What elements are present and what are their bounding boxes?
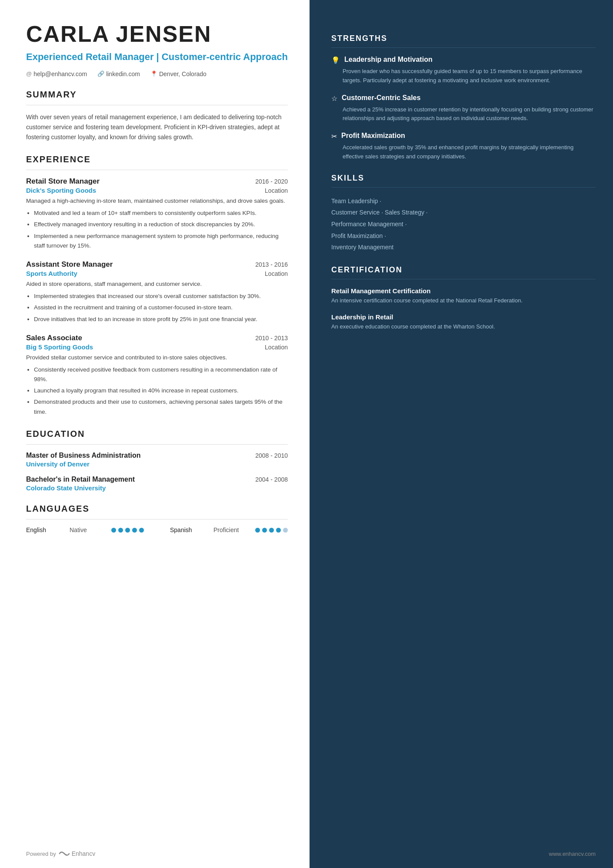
job-2-location: Location [265,270,288,277]
edu-1-degree: Master of Business Administration [26,452,140,459]
edu-2-degree: Bachelor's in Retail Management [26,476,135,483]
summary-text: With over seven years of retail manageme… [26,112,288,142]
strength-3-header: ✂ Profit Maximization [331,132,596,141]
lang-english-level: Native [70,526,104,533]
job-1-date: 2016 - 2020 [255,178,288,185]
logo-svg [59,850,70,858]
job-3-company: Big 5 Sporting Goods [26,343,93,351]
lang-english-dots [111,528,144,533]
edu-2-header: Bachelor's in Retail Management 2004 - 2… [26,476,288,483]
job-1-company-row: Dick's Sporting Goods Location [26,187,288,194]
experience-divider [26,170,288,170]
edu-2-date: 2004 - 2008 [255,476,288,483]
edu-1-header: Master of Business Administration 2008 -… [26,452,288,459]
languages-group: English Native Spanish Proficient [26,526,288,533]
languages-title: LANGUAGES [26,504,288,514]
job-3-title: Sales Associate [26,334,82,342]
education-divider [26,444,288,445]
location-contact: 📍 Denver, Colorado [150,70,207,77]
job-3-desc: Provided stellar customer service and co… [26,353,288,362]
edu-2: Bachelor's in Retail Management 2004 - 2… [26,476,288,492]
dot [139,528,144,533]
cert-1-title: Retail Management Certification [331,287,596,295]
skill-item: Inventory Management [331,244,393,251]
dot [118,528,123,533]
job-3-location: Location [265,344,288,351]
dot [132,528,137,533]
strength-1-desc: Proven leader who has successfully guide… [331,67,596,85]
job-2: Assistant Store Manager 2013 - 2016 Spor… [26,260,288,324]
star-icon: ☆ [331,94,337,103]
strength-2: ☆ Customer-Centric Sales Achieved a 25% … [331,94,596,124]
list-item: Implemented strategies that increased ou… [34,292,288,301]
skills-title: SKILLS [331,174,596,183]
skill-item: Team Leadership · [331,198,381,204]
strength-3-desc: Accelerated sales growth by 35% and enha… [331,143,596,161]
strengths-title: STRENGTHS [331,34,596,43]
cert-2: Leadership in Retail An executive educat… [331,313,596,332]
list-item: Drove initiatives that led to an increas… [34,315,288,324]
summary-title: SUMMARY [26,90,288,100]
list-item: Motivated and led a team of 10+ staff me… [34,208,288,218]
job-3-bullets: Consistently received positive feedback … [26,365,288,417]
resume-header: CARLA JENSEN Experienced Retail Manager … [26,22,288,77]
cert-1-desc: An intensive certification course comple… [331,296,596,305]
dot [255,528,260,533]
job-3: Sales Associate 2010 - 2013 Big 5 Sporti… [26,334,288,417]
dot [276,528,281,533]
strength-2-title: Customer-Centric Sales [342,94,420,102]
job-2-date: 2013 - 2016 [255,261,288,268]
skill-item: Performance Management · [331,221,407,228]
lang-spanish-level: Proficient [213,526,248,533]
list-item: Launched a loyalty program that resulted… [34,386,288,395]
edu-1-school: University of Denver [26,460,288,468]
job-2-desc: Aided in store operations, staff managem… [26,280,288,289]
education-title: EDUCATION [26,429,288,439]
lang-spanish-name: Spanish [170,526,209,533]
contact-row: @ help@enhancv.com 🔗 linkedin.com 📍 Denv… [26,70,288,77]
edu-1: Master of Business Administration 2008 -… [26,452,288,468]
job-3-company-row: Big 5 Sporting Goods Location [26,343,288,351]
dot-empty [283,528,288,533]
left-column: CARLA JENSEN Experienced Retail Manager … [0,0,310,868]
job-2-bullets: Implemented strategies that increased ou… [26,292,288,324]
job-2-company-row: Sports Authority Location [26,270,288,277]
experience-title: EXPERIENCE [26,154,288,164]
job-2-header: Assistant Store Manager 2013 - 2016 [26,260,288,269]
right-column: STRENGTHS 💡 Leadership and Motivation Pr… [310,0,613,868]
dot [125,528,130,533]
dot [269,528,274,533]
link-icon: 🔗 [97,70,104,77]
enhancv-logo: Enhancv [59,850,95,858]
email-icon: @ [26,70,32,77]
strength-3-title: Profit Maximization [341,132,405,140]
job-1: Retail Store Manager 2016 - 2020 Dick's … [26,177,288,251]
certification-title: CERTIFICATION [331,265,596,275]
edu-1-date: 2008 - 2010 [255,452,288,459]
strength-2-header: ☆ Customer-Centric Sales [331,94,596,103]
dot [262,528,267,533]
job-1-header: Retail Store Manager 2016 - 2020 [26,177,288,186]
job-1-title: Retail Store Manager [26,177,100,186]
location-icon: 📍 [150,70,157,77]
list-item: Implemented a new performance management… [34,231,288,251]
job-3-header: Sales Associate 2010 - 2013 [26,334,288,342]
edu-2-school: Colorado State University [26,484,288,492]
job-3-date: 2010 - 2013 [255,335,288,342]
skill-item: Customer Service · Sales Strategy · [331,209,428,216]
lang-spanish-dots [255,528,288,533]
list-item: Effectively managed inventory resulting … [34,220,288,229]
scissors-icon: ✂ [331,132,337,141]
strengths-divider [331,47,596,48]
email-contact: @ help@enhancv.com [26,70,87,77]
summary-divider [26,105,288,105]
candidate-name: CARLA JENSEN [26,22,288,47]
skills-container: Team Leadership · Customer Service · Sal… [331,195,596,253]
linkedin-contact: 🔗 linkedin.com [97,70,140,77]
job-1-bullets: Motivated and led a team of 10+ staff me… [26,208,288,251]
dot [111,528,116,533]
job-2-title: Assistant Store Manager [26,260,113,269]
job-1-company: Dick's Sporting Goods [26,187,96,194]
footer-url: www.enhancv.com [549,851,596,857]
job-1-location: Location [265,187,288,194]
